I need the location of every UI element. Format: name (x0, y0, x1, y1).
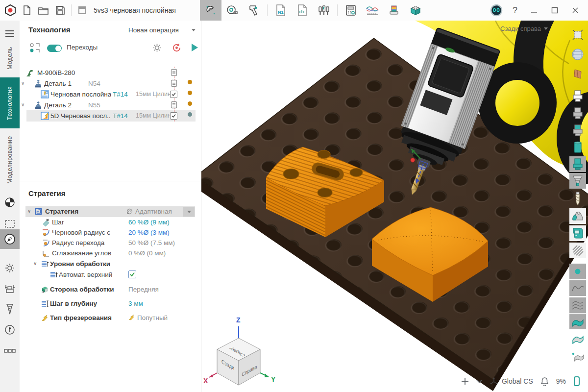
scene-3d[interactable]: Z Сверху Сзади Справа X Y (201, 21, 588, 392)
link-radius-icon (42, 239, 50, 247)
document-icon[interactable] (171, 101, 177, 109)
simulation-icon[interactable] (405, 0, 426, 21)
notifications-bell-icon[interactable] (540, 377, 549, 386)
enabled-checkbox[interactable] (170, 112, 177, 121)
param-row-link-radius[interactable]: Радиус перехода 50 %Ø (7.5 мм) (20, 238, 198, 248)
tree-row-op1[interactable]: Черновая послойная T#14 15мм Цилинд (20, 89, 198, 100)
stock-icon[interactable] (0, 279, 20, 298)
tree-row-part1[interactable]: ∨ Деталь 1 N54 (20, 78, 198, 89)
material-stack-icon[interactable] (383, 0, 405, 21)
help-button[interactable]: ? (508, 5, 522, 16)
stage-blank-icon[interactable] (569, 88, 586, 104)
param-row-side[interactable]: Сторона обработки Передняя (20, 285, 198, 295)
workpiece-surface-icon[interactable] (569, 314, 586, 329)
param-row-rough-radius[interactable]: Черновой радиус с 20 %Ø (3 мм) (20, 228, 198, 238)
tab-model[interactable]: Модель (0, 43, 20, 74)
run-play-icon[interactable] (190, 42, 199, 53)
compass-icon[interactable] (0, 229, 20, 249)
tree-label: Деталь 1 (44, 80, 72, 87)
document-icon[interactable] (171, 79, 177, 87)
param-row-depth-step[interactable]: Шаг в глубину 3 мм (20, 299, 198, 309)
add-icon[interactable] (461, 377, 469, 385)
settings-gear-icon[interactable] (0, 259, 20, 277)
tool-number: T#14 (113, 91, 128, 98)
magnet-snap-icon[interactable] (200, 0, 221, 21)
caliper-icon[interactable] (243, 0, 265, 21)
more-icon[interactable] (0, 342, 20, 360)
calculator-icon[interactable] (340, 0, 362, 21)
auto-top-checkbox[interactable] (128, 270, 136, 280)
surface-icon[interactable] (569, 66, 586, 82)
tool-library-icon[interactable] (313, 0, 335, 21)
nc-program-icon[interactable]: N1 (270, 0, 292, 21)
view-orientation-dropdown[interactable]: Сзади справа (500, 25, 548, 32)
hatch-icon[interactable] (569, 243, 586, 258)
document-icon[interactable] (171, 69, 177, 76)
tab-technology[interactable]: Технология (0, 77, 20, 128)
strategy-dropdown-button[interactable] (183, 207, 195, 217)
save-icon[interactable] (52, 0, 69, 21)
diagrams-icon[interactable] (362, 0, 383, 21)
view-cube[interactable]: Z Сверху Сзади Справа X Y (203, 316, 276, 385)
document-title: 5vs3 черновая послойная (94, 6, 176, 14)
chevron-down-icon[interactable]: ∨ (33, 261, 37, 266)
hamburger-menu-icon[interactable] (0, 24, 20, 43)
transitions-graph-icon[interactable] (29, 43, 40, 53)
separator (267, 4, 268, 16)
group-row-levels[interactable]: ∨ Уровни обработки (20, 259, 198, 270)
machining-side-icon (41, 286, 49, 294)
fit-view-icon[interactable] (569, 27, 586, 43)
stage-gray-icon[interactable] (569, 105, 586, 121)
machine-head-icon[interactable] (569, 208, 586, 224)
surfaces-icon[interactable] (569, 297, 586, 313)
param-row-step[interactable]: Шаг 60 %Ø (9 мм) (20, 218, 198, 228)
chevron-down-icon[interactable] (476, 379, 482, 383)
stage-result-icon[interactable] (569, 140, 586, 155)
assistant-robot-icon[interactable] (488, 0, 505, 21)
point-icon[interactable] (569, 264, 586, 279)
strategy-group-value[interactable]: Адаптивная (135, 208, 172, 215)
strategy-group-row[interactable]: ∨ Стратегия Адаптивная (25, 206, 195, 217)
cutting-tool-icon[interactable] (0, 300, 20, 318)
robot-icon (25, 69, 34, 77)
curve-icon[interactable] (569, 280, 586, 296)
measure-tape-icon[interactable] (221, 0, 243, 21)
tree-row-machine[interactable]: M-900iB-280 (20, 68, 198, 78)
transitions-toggle[interactable] (47, 45, 62, 52)
param-row-smoothing[interactable]: Сглаживание углов 0 %Ø (0 мм) (20, 248, 198, 259)
report-icon[interactable] (292, 0, 313, 21)
operation-settings-gear-icon[interactable] (152, 43, 162, 53)
stage-current-icon[interactable] (569, 156, 586, 172)
gauge-icon[interactable] (0, 320, 20, 339)
open-folder-icon[interactable] (35, 0, 52, 21)
coordinate-system-selector[interactable]: Global CS (490, 377, 533, 386)
stage-stock-icon[interactable] (569, 173, 586, 189)
tree-row-op2-selected[interactable]: 5D Черновая посл... T#14 15мм Цилинд (20, 111, 198, 122)
status-dot (188, 112, 192, 117)
stage-mixed-icon[interactable] (569, 122, 586, 138)
recalculate-icon[interactable] (172, 43, 182, 53)
chevron-down-icon[interactable]: ∨ (27, 208, 31, 214)
param-row-mill-type[interactable]: Тип фрезерования Попутный (20, 313, 198, 323)
new-operation-dropdown[interactable]: Новая операция (128, 26, 196, 34)
chevron-down-icon[interactable]: ∨ (21, 102, 24, 107)
minimize-button[interactable] (525, 0, 543, 21)
tree-row-part2[interactable]: ∨ Деталь 2 N55 (20, 100, 198, 111)
tab-modeling[interactable]: Моделирование (0, 129, 20, 190)
chevron-down-icon (192, 29, 196, 31)
maximize-button[interactable] (546, 0, 564, 21)
machine-part-icon[interactable] (569, 225, 586, 241)
enabled-checkbox[interactable] (170, 91, 177, 99)
shaded-sphere-icon[interactable] (569, 47, 586, 62)
cutter-icon[interactable] (569, 191, 586, 207)
param-row-auto-top[interactable]: Автомат. верхний (20, 270, 198, 280)
flag-icon[interactable] (569, 331, 586, 346)
chevron-down-icon[interactable]: ∨ (21, 80, 24, 86)
new-document-icon[interactable] (19, 0, 35, 21)
workpiece-datum-icon[interactable] (0, 193, 20, 212)
close-button[interactable] (566, 0, 584, 21)
step-icon (42, 219, 50, 226)
flag-dot-icon[interactable] (569, 349, 586, 365)
cs-axes-icon (490, 377, 498, 386)
viewport-3d[interactable]: Z Сверху Сзади Справа X Y Сзади справа (201, 21, 588, 392)
